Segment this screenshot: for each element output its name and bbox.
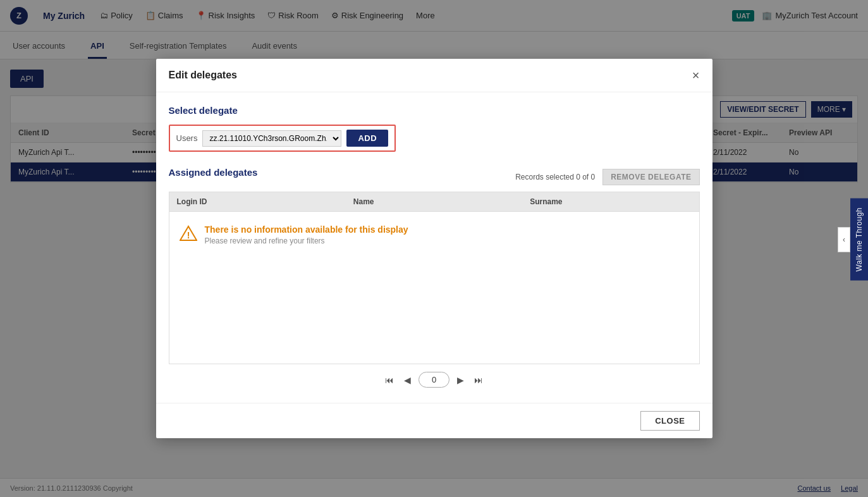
select-delegate-row: Users zz.21.11010.YCh3rson.GRoom.Zh... A… bbox=[169, 125, 396, 152]
users-select[interactable]: zz.21.11010.YCh3rson.GRoom.Zh... bbox=[202, 130, 341, 147]
modal-header: Edit delegates × bbox=[156, 59, 712, 92]
modal-close-button[interactable]: × bbox=[692, 69, 700, 82]
col-login-id: Login ID bbox=[169, 192, 346, 193]
users-label: Users bbox=[176, 133, 198, 143]
assigned-header-row: Assigned delegates Records selected 0 of… bbox=[169, 167, 700, 187]
remove-delegate-button[interactable]: REMOVE DELEGATE bbox=[602, 169, 699, 185]
assigned-delegates-title: Assigned delegates bbox=[169, 167, 258, 178]
edit-delegates-modal: Edit delegates × Select delegate Users z… bbox=[156, 59, 712, 193]
select-delegate-section: Select delegate Users zz.21.11010.YCh3rs… bbox=[169, 105, 700, 152]
modal-title: Edit delegates bbox=[169, 70, 237, 81]
modal-body: Select delegate Users zz.21.11010.YCh3rs… bbox=[156, 92, 712, 193]
add-button[interactable]: ADD bbox=[346, 130, 388, 147]
records-count: Records selected 0 of 0 bbox=[515, 173, 595, 181]
delegates-table: Login ID Name Surname ! There is no info… bbox=[169, 192, 700, 193]
assigned-delegates-section: Assigned delegates Records selected 0 of… bbox=[169, 167, 700, 193]
col-surname: Surname bbox=[522, 192, 699, 193]
delegates-table-header: Login ID Name Surname bbox=[169, 192, 699, 193]
select-delegate-title: Select delegate bbox=[169, 105, 700, 116]
modal-overlay: Edit delegates × Select delegate Users z… bbox=[0, 0, 868, 193]
col-name: Name bbox=[346, 192, 522, 193]
